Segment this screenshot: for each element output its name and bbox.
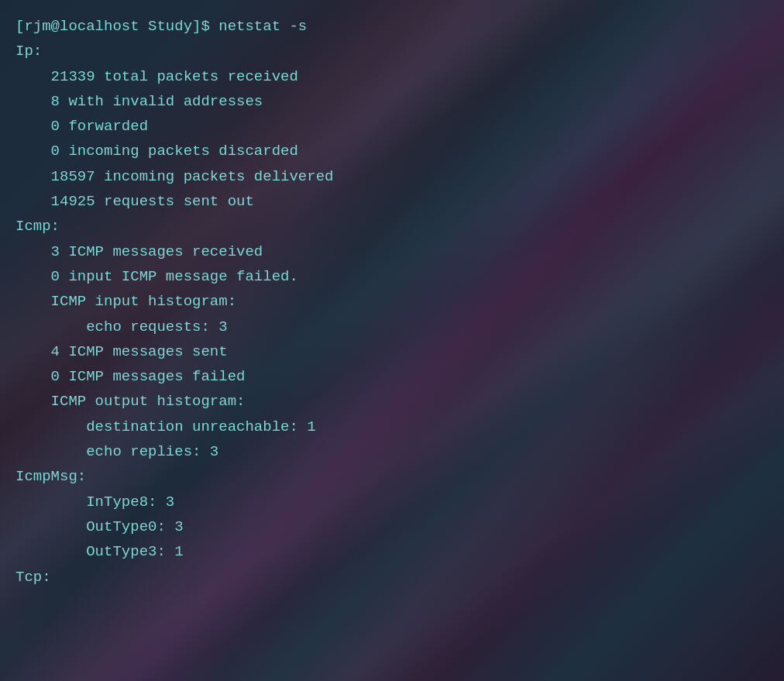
icmp-destination-unreachable: destination unreachable: 1 — [15, 414, 769, 439]
icmpmsg-outtype3: OutType3: 1 — [15, 539, 769, 564]
icmp-input-histogram-label: ICMP input histogram: — [15, 289, 769, 314]
ip-requests-sent: 14925 requests sent out — [15, 189, 769, 214]
icmp-input-failed: 0 input ICMP message failed. — [15, 264, 769, 289]
icmp-output-histogram-label: ICMP output histogram: — [15, 389, 769, 414]
icmpmsg-header: IcmpMsg: — [15, 464, 769, 489]
icmp-echo-requests: echo requests: 3 — [15, 315, 769, 339]
ip-incoming-delivered: 18597 incoming packets delivered — [15, 164, 769, 189]
ip-invalid-addresses: 8 with invalid addresses — [15, 89, 769, 114]
icmp-header: Icmp: — [15, 214, 769, 239]
ip-total-packets: 21339 total packets received — [15, 64, 769, 89]
command-prompt: [rjm@localhost Study]$ netstat -s — [15, 14, 769, 39]
ip-incoming-discarded: 0 incoming packets discarded — [15, 139, 769, 163]
terminal-output: [rjm@localhost Study]$ netstat -s Ip: 21… — [0, 0, 784, 604]
icmp-messages-received: 3 ICMP messages received — [15, 239, 769, 264]
tcp-header: Tcp: — [15, 565, 769, 590]
ip-header: Ip: — [15, 39, 769, 64]
ip-forwarded: 0 forwarded — [15, 114, 769, 139]
icmpmsg-intype8: InType8: 3 — [15, 490, 769, 514]
icmp-messages-sent: 4 ICMP messages sent — [15, 339, 769, 364]
icmp-echo-replies: echo replies: 3 — [15, 439, 769, 464]
icmp-messages-failed: 0 ICMP messages failed — [15, 364, 769, 389]
icmpmsg-outtype0: OutType0: 3 — [15, 514, 769, 539]
